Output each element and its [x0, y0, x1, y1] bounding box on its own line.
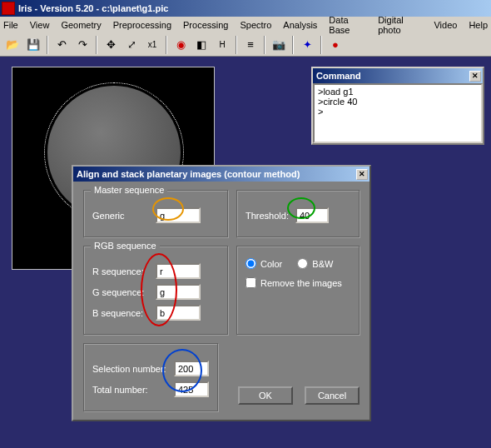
x1-icon[interactable]: x1: [143, 36, 161, 54]
blue-dot-icon[interactable]: ✦: [298, 36, 316, 54]
tone-icon[interactable]: ◧: [192, 36, 211, 54]
group-legend: RGB sequence: [91, 241, 160, 251]
ok-button[interactable]: OK: [238, 386, 293, 405]
menu-help[interactable]: Help: [469, 20, 488, 30]
options-group: Color B&W Remove the images: [236, 246, 360, 335]
command-titlebar[interactable]: Command ✕: [313, 68, 483, 83]
cancel-button[interactable]: Cancel: [305, 386, 360, 405]
swirl-icon[interactable]: ◉: [171, 36, 190, 54]
menu-spectro[interactable]: Spectro: [240, 20, 271, 30]
dialog-titlebar[interactable]: Align and stack planetary images (contou…: [73, 167, 369, 182]
menu-video[interactable]: Video: [434, 20, 457, 30]
master-sequence-group: Master sequence Generic: [83, 190, 228, 237]
zoom-icon[interactable]: ⤢: [122, 36, 141, 54]
separator: [96, 36, 97, 54]
workspace: Command ✕ >load g1 >circle 40 > Align an…: [0, 57, 491, 448]
command-title: Command: [316, 71, 361, 81]
separator: [236, 36, 237, 54]
menubar: File View Geometry Preprocessing Process…: [0, 17, 491, 33]
histogram-icon[interactable]: H: [213, 36, 231, 54]
b-sequence-input[interactable]: [156, 305, 201, 321]
separator: [264, 36, 265, 54]
menu-view[interactable]: View: [30, 20, 50, 30]
rgb-sequence-group: RGB sequence R sequence: G sequence: B s…: [83, 246, 228, 335]
window-titlebar: Iris - Version 5.20 - c:\planet\g1.pic: [0, 0, 491, 17]
close-icon[interactable]: ✕: [356, 169, 368, 180]
window-title: Iris - Version 5.20 - c:\planet\g1.pic: [18, 3, 168, 13]
menu-database[interactable]: Data Base: [329, 15, 366, 35]
group-legend: Master sequence: [91, 185, 167, 195]
command-output[interactable]: >load g1 >circle 40 >: [313, 83, 483, 143]
camera-icon[interactable]: 📷: [270, 36, 288, 54]
threshold-input[interactable]: [295, 207, 329, 223]
open-icon[interactable]: 📂: [3, 36, 22, 54]
align-stack-dialog: Align and stack planetary images (contou…: [72, 165, 371, 421]
color-radio[interactable]: Color: [246, 258, 282, 269]
threshold-group: Threshold:: [236, 190, 360, 237]
redo-icon[interactable]: ↷: [73, 36, 92, 54]
menu-digitalphoto[interactable]: Digital photo: [378, 15, 422, 35]
separator: [320, 36, 322, 54]
dialog-title: Align and stack planetary images (contou…: [77, 169, 300, 179]
separator: [166, 36, 167, 54]
separator: [292, 36, 294, 54]
save-icon[interactable]: 💾: [24, 36, 42, 54]
menu-processing[interactable]: Processing: [183, 20, 228, 30]
close-icon[interactable]: ✕: [469, 71, 481, 82]
separator: [47, 36, 48, 54]
generic-label: Generic: [92, 211, 156, 221]
total-number-label: Total number:: [92, 385, 174, 395]
command-window[interactable]: Command ✕ >load g1 >circle 40 >: [311, 67, 484, 145]
generic-input[interactable]: [156, 207, 201, 223]
r-sequence-input[interactable]: [156, 263, 201, 279]
b-sequence-label: B sequence:: [92, 308, 156, 318]
selection-group: Selection number: Total number:: [83, 343, 218, 411]
bw-radio[interactable]: B&W: [297, 258, 333, 269]
r-sequence-label: R sequence:: [92, 266, 156, 276]
toolbar: 📂 💾 ↶ ↷ ✥ ⤢ x1 ◉ ◧ H ≡ 📷 ✦ ●: [0, 33, 491, 57]
menu-geometry[interactable]: Geometry: [61, 20, 101, 30]
threshold-label: Threshold:: [246, 211, 295, 221]
red-dot-icon[interactable]: ●: [326, 36, 345, 54]
g-sequence-input[interactable]: [156, 284, 201, 300]
menu-preprocessing[interactable]: Preprocessing: [113, 20, 171, 30]
menu-analysis[interactable]: Analysis: [283, 20, 317, 30]
levels-icon[interactable]: ≡: [241, 36, 260, 54]
move-icon[interactable]: ✥: [102, 36, 120, 54]
g-sequence-label: G sequence:: [92, 287, 156, 297]
remove-images-checkbox[interactable]: Remove the images: [246, 277, 350, 288]
undo-icon[interactable]: ↶: [52, 36, 71, 54]
selection-number-input[interactable]: [174, 361, 209, 376]
app-icon: [2, 2, 15, 15]
selection-number-label: Selection number:: [92, 364, 174, 374]
menu-file[interactable]: File: [3, 20, 18, 30]
total-number-input[interactable]: [174, 381, 209, 397]
